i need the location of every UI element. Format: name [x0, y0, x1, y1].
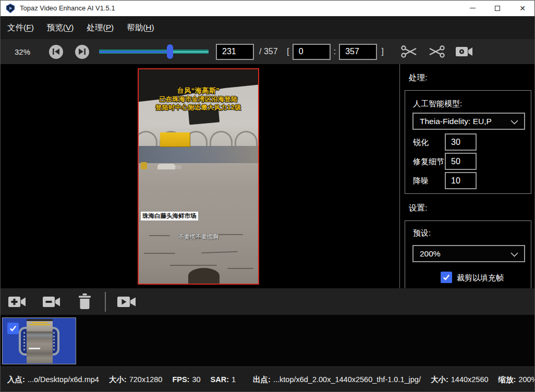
- menubar: 文件(F) 预览(V) 处理(P) 帮助(H): [0, 16, 535, 39]
- thumbnail-image: [27, 319, 53, 363]
- trim-bracket-open: [: [287, 46, 289, 57]
- video-yellow-sign: [160, 132, 190, 146]
- preset-label: 预设:: [413, 228, 431, 238]
- process-video-button[interactable]: [117, 295, 136, 309]
- window-controls: ✕: [460, 0, 535, 16]
- status-output-path: 出点:...ktop/x6d_2.00x_1440x2560_thf-1.0.1…: [253, 375, 421, 385]
- restore-detail-input[interactable]: 50: [445, 153, 477, 170]
- close-button[interactable]: ✕: [510, 0, 535, 16]
- video-flooded-car: [157, 164, 175, 169]
- preview-video-button[interactable]: [455, 44, 473, 59]
- clip-toolbar: [0, 288, 535, 315]
- settings-sidebar: 处理: 人工智能模型: Theia-Fidelity: EU,P 锐化 30 修…: [399, 64, 535, 288]
- status-input-path: 入点:...o/Desktop/x6d.mp4: [7, 375, 99, 385]
- denoise-label: 降噪: [413, 176, 429, 186]
- settings-section-title: 设置:: [409, 203, 427, 214]
- menu-file[interactable]: 文件(F): [7, 22, 34, 33]
- camera-eye-icon: [455, 44, 473, 59]
- status-fps: FPS:30: [172, 375, 200, 384]
- skip-to-start-button[interactable]: [49, 45, 63, 59]
- skip-to-start-icon: [53, 48, 59, 55]
- menu-help[interactable]: 帮助(H): [127, 22, 154, 33]
- timeline-slider[interactable]: [99, 44, 209, 59]
- camera-minus-icon: [43, 295, 60, 309]
- processing-section-title: 处理:: [409, 72, 427, 83]
- status-scale: 缩放:200%: [498, 375, 535, 385]
- trim-colon: :: [334, 47, 336, 56]
- minimize-icon: [470, 8, 476, 8]
- maximize-button[interactable]: [485, 0, 510, 16]
- preset-dropdown[interactable]: 200%: [412, 245, 525, 262]
- trim-bracket-close: ]: [381, 46, 384, 57]
- processing-group: 人工智能模型: Theia-Fidelity: EU,P 锐化 30 修复细节 …: [405, 90, 531, 194]
- checkmark-icon: [9, 324, 17, 333]
- video-speech-caption: 不要慌不要慌啊: [139, 233, 258, 241]
- set-trim-out-button[interactable]: [428, 44, 445, 59]
- ai-model-label: 人工智能模型:: [413, 99, 462, 109]
- video-bridge-deck: [139, 146, 258, 163]
- slider-progress: [99, 51, 170, 53]
- video-preview[interactable]: 台风“海高斯” 已在珠海市金湾区沿海登陆 登陆时中心附近最大风力12级 珠海白藤…: [138, 68, 259, 285]
- status-sar: SAR:1: [211, 375, 236, 384]
- denoise-input[interactable]: 10: [445, 172, 477, 189]
- settings-group: 预设: 200% 裁剪以填充帧: [405, 220, 531, 289]
- statusbar: 入点:...o/Desktop/x6d.mp4 大小:720x1280 FPS:…: [0, 366, 535, 392]
- zoom-level-label: 32%: [15, 47, 34, 56]
- preview-area: 台风“海高斯” 已在珠海市金湾区沿海登陆 登陆时中心附近最大风力12级 珠海白藤…: [0, 64, 399, 288]
- scissors-left-icon: [428, 44, 445, 59]
- maximize-icon: [495, 6, 500, 11]
- main-content: 台风“海高斯” 已在珠海市金湾区沿海登陆 登陆时中心附近最大风力12级 珠海白藤…: [0, 64, 535, 288]
- add-video-button[interactable]: [8, 295, 26, 309]
- video-thumbnail-item[interactable]: [2, 317, 76, 364]
- video-location-caption: 珠海白藤头海鲜市场: [141, 212, 198, 220]
- camera-plus-icon: [8, 295, 26, 309]
- current-frame-input[interactable]: 231: [216, 44, 254, 60]
- close-icon: ✕: [519, 4, 526, 13]
- chevron-down-icon: [510, 252, 518, 257]
- total-frames-label: / 357: [259, 47, 280, 56]
- chevron-down-icon: [510, 120, 518, 125]
- restore-detail-label: 修复细节: [413, 157, 444, 167]
- playback-toolbar: 32% 231 / 357 [ 0 : 357 ]: [0, 39, 535, 64]
- video-title-overlay: 台风“海高斯” 已在珠海市金湾区沿海登陆 登陆时中心附近最大风力12级: [139, 87, 258, 112]
- scissors-right-icon: [400, 44, 418, 59]
- app-logo-icon: [6, 4, 15, 13]
- delete-video-button[interactable]: [78, 293, 92, 310]
- sharpen-label: 锐化: [413, 138, 429, 148]
- thumbnail-checkbox[interactable]: [7, 323, 19, 334]
- minimize-button[interactable]: [460, 0, 485, 16]
- menu-process[interactable]: 处理(P): [87, 22, 114, 33]
- titlebar: Topaz Video Enhance AI V1.5.1 ✕: [0, 0, 535, 16]
- skip-to-end-button[interactable]: [75, 45, 89, 59]
- camera-play-icon: [117, 295, 136, 309]
- checkmark-icon: [442, 273, 451, 281]
- trim-end-input[interactable]: 357: [339, 44, 377, 60]
- status-input-size: 大小:720x1280: [109, 375, 163, 385]
- window-title: Topaz Video Enhance AI V1.5.1: [20, 4, 115, 12]
- menu-preview[interactable]: 预览(V): [47, 22, 74, 33]
- sharpen-input[interactable]: 30: [445, 133, 477, 151]
- trash-icon: [78, 293, 92, 310]
- remove-video-button[interactable]: [43, 295, 60, 309]
- filmstrip: [0, 315, 535, 366]
- ai-model-dropdown[interactable]: Theia-Fidelity: EU,P: [412, 113, 525, 130]
- set-trim-in-button[interactable]: [400, 44, 418, 59]
- trim-start-input[interactable]: 0: [293, 44, 331, 60]
- crop-to-fill-checkbox[interactable]: [441, 272, 452, 283]
- toolbar-divider: [105, 292, 106, 312]
- crop-to-fill-label: 裁剪以填充帧: [457, 273, 504, 283]
- status-output-size: 大小:1440x2560: [431, 375, 489, 385]
- slider-handle[interactable]: [167, 44, 173, 59]
- slider-remaining: [170, 51, 209, 53]
- skip-to-end-icon: [79, 48, 86, 55]
